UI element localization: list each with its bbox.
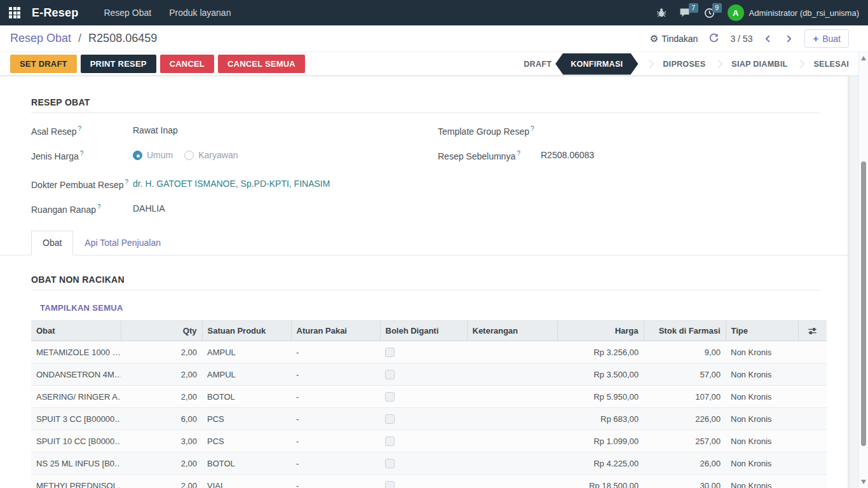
scroll-up-arrow-icon[interactable] xyxy=(861,56,866,60)
cell-options xyxy=(798,452,827,475)
boleh-diganti-checkbox[interactable] xyxy=(385,459,395,468)
cell-keterangan xyxy=(467,341,557,363)
user-name: Administrator (db_rsi_unisma) xyxy=(749,8,859,18)
table-row[interactable]: METHYLPREDNISOL…2,00VIAL-Rp 18.500,0030,… xyxy=(31,475,827,488)
col-harga[interactable]: Harga xyxy=(557,321,644,341)
jenis-harga-radio-group: Umum Karyawan xyxy=(133,150,238,160)
cell-harga: Rp 18.500,00 xyxy=(557,475,644,488)
status-row: SET DRAFT PRINT RESEP CANCEL CANCEL SEMU… xyxy=(0,52,868,76)
value-template-group xyxy=(541,121,820,146)
cell-stok-di-farmasi: 9,00 xyxy=(644,341,726,363)
table-row[interactable]: SPUIT 10 CC [B0000…3,00PCS-Rp 1.099,0025… xyxy=(31,430,827,452)
radio-karyawan[interactable]: Karyawan xyxy=(184,150,238,160)
messages-icon[interactable]: 7 xyxy=(679,8,691,18)
boleh-diganti-checkbox[interactable] xyxy=(385,414,395,424)
col-keterangan[interactable]: Keterangan xyxy=(467,321,557,341)
status-step-draft[interactable]: DRAFT xyxy=(521,60,554,69)
set-draft-button[interactable]: SET DRAFT xyxy=(10,55,77,73)
cell-aturan-pakai: - xyxy=(291,475,380,488)
cell-tipe: Non Kronis xyxy=(726,408,798,430)
scrollbar-thumb[interactable] xyxy=(861,161,866,446)
cell-options xyxy=(798,341,827,363)
table-row[interactable]: NS 25 ML INFUS [B0…2,00BOTOL-Rp 4.225,00… xyxy=(31,452,827,475)
app-brand[interactable]: E-Resep xyxy=(32,6,78,20)
table-row[interactable]: SPUIT 3 CC [B00000…6,00PCS-Rp 683,00226,… xyxy=(31,408,827,430)
boleh-diganti-checkbox[interactable] xyxy=(385,481,395,488)
show-all-link[interactable]: TAMPILKAN SEMUA xyxy=(40,303,123,313)
value-dokter-link[interactable]: dr. H. GATOET ISMANOE, Sp.PD-KPTI, FINAS… xyxy=(133,175,438,200)
col-aturan-pakai[interactable]: Aturan Pakai xyxy=(291,321,380,341)
scroll-down-arrow-icon[interactable] xyxy=(861,480,866,484)
status-step-selesai[interactable]: SELESAI xyxy=(811,60,851,69)
radio-umum-label: Umum xyxy=(147,150,173,160)
create-button[interactable]: + Buat xyxy=(804,29,849,48)
help-icon: ? xyxy=(125,179,129,186)
menu-resep-obat[interactable]: Resep Obat xyxy=(95,0,160,25)
label-jenis-harga: Jenis Harga? xyxy=(31,146,133,175)
table-header-row: Obat Qty Satuan Produk Aturan Pakai Bole… xyxy=(31,321,827,341)
cell-tipe: Non Kronis xyxy=(726,341,798,363)
pager-next-icon[interactable] xyxy=(784,34,793,43)
cell-options xyxy=(798,475,827,488)
col-stok-di-farmasi[interactable]: Stok di Farmasi xyxy=(644,321,726,341)
col-satuan-produk[interactable]: Satuan Produk xyxy=(202,321,291,341)
col-boleh-diganti[interactable]: Boleh Diganti xyxy=(380,321,467,341)
action-menu-button[interactable]: ⚙ Tindakan xyxy=(650,33,698,44)
pager-value: 3 / 53 xyxy=(730,34,752,44)
table-row[interactable]: METAMIZOLE 1000 …2,00AMPUL-Rp 3.256,009,… xyxy=(31,341,827,363)
status-step-konfirmasi[interactable]: KONFIRMASI xyxy=(555,53,638,75)
col-qty[interactable]: Qty xyxy=(121,321,202,341)
column-options-icon[interactable] xyxy=(804,327,822,336)
help-icon: ? xyxy=(97,203,101,210)
cell-options xyxy=(798,430,827,452)
cell-options xyxy=(798,408,827,430)
cell-harga: Rp 5.950,00 xyxy=(557,386,644,408)
help-icon: ? xyxy=(517,150,520,157)
boleh-diganti-checkbox[interactable] xyxy=(385,348,395,357)
table-row[interactable]: ASERING/ RINGER A…2,00BOTOL-Rp 5.950,001… xyxy=(31,386,827,408)
radio-karyawan-label: Karyawan xyxy=(198,150,238,160)
status-step-diproses[interactable]: DIPROSES xyxy=(660,60,708,69)
tab-obat[interactable]: Obat xyxy=(31,231,73,255)
cell-obat: SPUIT 10 CC [B0000… xyxy=(31,430,121,452)
cell-boleh-diganti xyxy=(380,341,467,363)
cancel-semua-button[interactable]: CANCEL SEMUA xyxy=(218,55,305,73)
statusbar: DRAFT KONFIRMASI DIPROSES SIAP DIAMBIL S… xyxy=(521,53,851,75)
print-resep-button[interactable]: PRINT RESEP xyxy=(81,55,156,73)
table-body: METAMIZOLE 1000 …2,00AMPUL-Rp 3.256,009,… xyxy=(31,341,827,488)
refresh-icon[interactable] xyxy=(709,34,719,43)
boleh-diganti-checkbox[interactable] xyxy=(385,437,395,446)
tab-api-total-penjualan[interactable]: Api Total Penjualan xyxy=(73,231,172,255)
cell-aturan-pakai: - xyxy=(291,341,380,363)
cell-stok-di-farmasi: 26,00 xyxy=(644,452,726,475)
apps-menu-icon[interactable] xyxy=(9,7,20,18)
breadcrumb-parent[interactable]: Resep Obat xyxy=(10,32,71,44)
cell-qty: 2,00 xyxy=(121,363,202,386)
debug-bug-icon[interactable] xyxy=(656,8,667,18)
breadcrumb-separator: / xyxy=(78,32,81,44)
cell-qty: 2,00 xyxy=(121,452,202,475)
cancel-button[interactable]: CANCEL xyxy=(160,55,214,73)
notebook-tabs: Obat Api Total Penjualan xyxy=(0,230,848,255)
cell-qty: 2,00 xyxy=(121,386,202,408)
radio-umum[interactable]: Umum xyxy=(133,150,173,160)
col-tipe[interactable]: Tipe xyxy=(726,321,798,341)
cell-aturan-pakai: - xyxy=(291,452,380,475)
col-obat[interactable]: Obat xyxy=(31,321,121,341)
status-step-siap-diambil[interactable]: SIAP DIAMBIL xyxy=(729,60,790,69)
activities-clock-icon[interactable]: 9 xyxy=(704,8,715,18)
help-icon: ? xyxy=(78,125,82,132)
vertical-scrollbar[interactable] xyxy=(858,52,868,488)
menu-produk-layanan[interactable]: Produk layanan xyxy=(160,0,240,25)
user-menu[interactable]: A Administrator (db_rsi_unisma) xyxy=(728,4,859,21)
cell-tipe: Non Kronis xyxy=(726,363,798,386)
table-row[interactable]: ONDANSETRON 4M…2,00AMPUL-Rp 3.500,0057,0… xyxy=(31,363,827,386)
cell-options xyxy=(798,386,827,408)
boleh-diganti-checkbox[interactable] xyxy=(385,392,395,402)
create-button-label: Buat xyxy=(822,34,841,44)
boleh-diganti-checkbox[interactable] xyxy=(385,370,395,379)
label-ruangan-ranap: Ruangan Ranap? xyxy=(31,200,133,224)
cell-satuan-produk: PCS xyxy=(202,408,291,430)
pager-previous-icon[interactable] xyxy=(764,34,773,43)
cell-harga: Rp 683,00 xyxy=(557,408,644,430)
